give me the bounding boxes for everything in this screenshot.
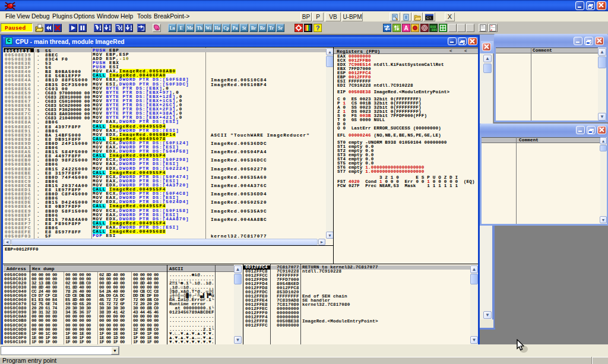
svg-text:C:\: C:\ bbox=[426, 16, 431, 20]
svg-text:101: 101 bbox=[432, 29, 438, 31]
svg-text:A: A bbox=[404, 25, 408, 31]
